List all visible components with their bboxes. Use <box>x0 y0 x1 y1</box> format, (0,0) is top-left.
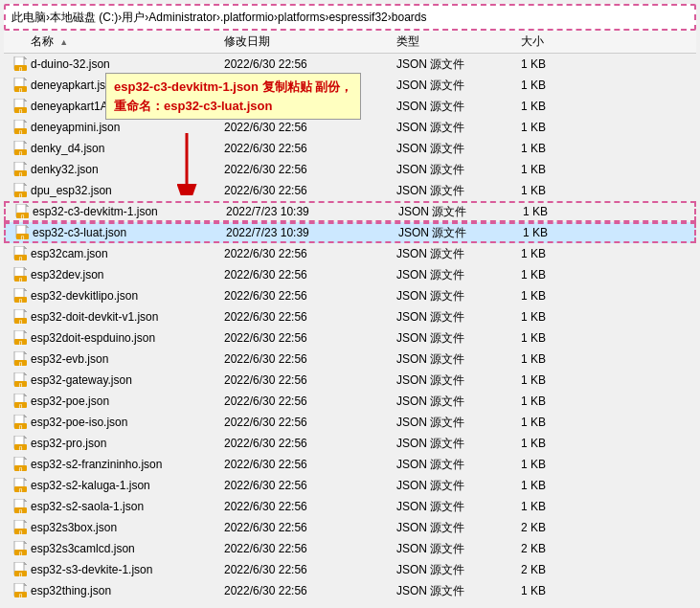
file-date: 2022/6/30 22:56 <box>224 437 396 450</box>
table-row[interactable]: {} esp32-devkitlipo.json 2022/6/30 22:56… <box>4 285 696 306</box>
table-row[interactable]: {} denky_d4.json 2022/6/30 22:56 JSON 源文… <box>4 138 696 159</box>
file-size: 1 KB <box>521 479 598 492</box>
breadcrumb-item-1[interactable]: 本地磁盘 (C:) <box>50 10 118 26</box>
file-type: JSON 源文件 <box>396 583 521 599</box>
table-row[interactable]: {} d-duino-32.json 2022/6/30 22:56 JSON … <box>4 54 696 75</box>
file-name: esp32-s2-franzininho.json <box>31 458 224 471</box>
svg-text:{}: {} <box>19 573 23 577</box>
file-date: 2022/6/30 22:56 <box>224 563 396 576</box>
file-icon: {} <box>11 391 31 412</box>
file-size: 1 KB <box>521 79 598 92</box>
col-header-type[interactable]: 类型 <box>396 34 521 50</box>
table-row[interactable]: {} esp32-s2-saola-1.json 2022/6/30 22:56… <box>4 496 696 517</box>
table-row[interactable]: {} esp32doit-espduino.json 2022/6/30 22:… <box>4 327 696 349</box>
breadcrumb-item-0[interactable]: 此电脑 <box>11 10 46 26</box>
table-row[interactable]: {} esp32-poe-iso.json 2022/6/30 22:56 JS… <box>4 412 696 433</box>
file-type: JSON 源文件 <box>396 183 521 199</box>
breadcrumb-item-2[interactable]: 用户 <box>122 10 145 26</box>
file-icon: {} <box>11 306 31 327</box>
col-header-size[interactable]: 大小 <box>521 34 598 50</box>
file-name: esp32-devkitlipo.json <box>31 289 224 303</box>
file-date: 2022/6/30 22:56 <box>224 584 396 597</box>
table-row[interactable]: {} deneyapkart.json 2022/6/30 22:56 JSON… <box>4 75 696 96</box>
breadcrumb-item-4[interactable]: .platformio <box>220 11 274 24</box>
file-date: 2022/6/30 22:56 <box>224 542 396 555</box>
svg-text:{}: {} <box>19 320 23 325</box>
table-row[interactable]: {} esp32-doit-devkit-v1.json 2022/6/30 2… <box>4 306 696 327</box>
table-row[interactable]: {} esp32dev.json 2022/6/30 22:56 JSON 源文… <box>4 264 696 285</box>
svg-text:{}: {} <box>19 299 23 304</box>
table-row[interactable]: {} dpu_esp32.json 2022/6/30 22:56 JSON 源… <box>4 180 696 201</box>
file-date: 2022/6/30 22:56 <box>224 310 396 324</box>
file-size: 1 KB <box>521 142 598 155</box>
table-row[interactable]: {} esp32-evb.json 2022/6/30 22:56 JSON 源… <box>4 349 696 370</box>
svg-text:{}: {} <box>19 341 23 346</box>
sort-arrow: ▲ <box>59 37 68 47</box>
file-date: 2022/6/30 22:56 <box>224 121 396 134</box>
svg-text:{}: {} <box>19 425 23 430</box>
table-row[interactable]: {} esp32-s2-franzininho.json 2022/6/30 2… <box>4 454 696 475</box>
table-row[interactable]: {} esp32-pro.json 2022/6/30 22:56 JSON 源… <box>4 433 696 454</box>
table-row[interactable]: {} esp32-gateway.json 2022/6/30 22:56 JS… <box>4 370 696 391</box>
file-icon: {} <box>11 75 31 96</box>
breadcrumb-item-3[interactable]: Administrator <box>148 11 216 24</box>
svg-text:{}: {} <box>19 552 23 556</box>
table-row[interactable]: {} esp32-c3-luat.json 2022/7/23 10:39 JS… <box>4 222 696 243</box>
file-size: 1 KB <box>521 416 598 429</box>
file-icon: {} <box>11 327 31 349</box>
breadcrumb-item-5[interactable]: platforms <box>278 11 325 24</box>
col-header-name[interactable]: 名称 ▲ <box>4 34 224 50</box>
file-date: 2022/6/30 22:56 <box>224 100 396 113</box>
file-size: 1 KB <box>521 289 598 303</box>
file-size: 1 KB <box>521 331 598 345</box>
svg-text:{}: {} <box>19 488 23 493</box>
table-row[interactable]: {} denky32.json 2022/6/30 22:56 JSON 源文件… <box>4 159 696 180</box>
file-list[interactable]: {} d-duino-32.json 2022/6/30 22:56 JSON … <box>4 54 696 599</box>
table-row[interactable]: {} deneyapmini.json 2022/6/30 22:56 JSON… <box>4 117 696 138</box>
file-date: 2022/6/30 22:56 <box>224 416 396 429</box>
table-row[interactable]: {} esp32thing.json 2022/6/30 22:56 JSON … <box>4 580 696 599</box>
file-name: deneyapkart.json <box>31 79 224 92</box>
file-size: 1 KB <box>521 458 598 471</box>
file-date: 2022/7/23 10:39 <box>226 226 398 239</box>
file-type: JSON 源文件 <box>396 457 521 473</box>
file-date: 2022/6/30 22:56 <box>224 163 396 176</box>
svg-text:{}: {} <box>19 404 23 409</box>
file-icon: {} <box>11 517 31 538</box>
file-icon: {} <box>11 117 31 138</box>
table-row[interactable]: {} esp32-s2-kaluga-1.json 2022/6/30 22:5… <box>4 475 696 496</box>
breadcrumb-item-7[interactable]: boards <box>392 11 427 24</box>
file-type: JSON 源文件 <box>398 225 523 241</box>
file-date: 2022/6/30 22:56 <box>224 142 396 155</box>
file-name: esp32cam.json <box>31 247 224 260</box>
file-icon: {} <box>11 475 31 496</box>
file-name: esp32thing.json <box>31 584 224 597</box>
table-row[interactable]: {} esp32-poe.json 2022/6/30 22:56 JSON 源… <box>4 391 696 412</box>
file-type: JSON 源文件 <box>396 330 521 347</box>
svg-text:{}: {} <box>21 236 25 240</box>
col-header-date[interactable]: 修改日期 <box>224 34 396 50</box>
table-row[interactable]: {} esp32s3box.json 2022/6/30 22:56 JSON … <box>4 517 696 538</box>
file-icon: {} <box>11 138 31 159</box>
file-type: JSON 源文件 <box>396 436 521 452</box>
svg-text:{}: {} <box>19 109 23 114</box>
file-size: 1 KB <box>521 584 598 597</box>
file-type: JSON 源文件 <box>396 372 521 389</box>
table-row[interactable]: {} esp32-c3-devkitm-1.json 2022/7/23 10:… <box>4 201 696 222</box>
table-row[interactable]: {} esp32s3camlcd.json 2022/6/30 22:56 JS… <box>4 538 696 559</box>
svg-text:{}: {} <box>19 362 23 367</box>
address-bar[interactable]: 此电脑 › 本地磁盘 (C:) › 用户 › Administrator › .… <box>4 4 696 31</box>
table-row[interactable]: {} esp32cam.json 2022/6/30 22:56 JSON 源文… <box>4 243 696 264</box>
svg-text:{}: {} <box>19 88 23 93</box>
breadcrumb-item-6[interactable]: espressif32 <box>328 11 387 24</box>
file-name: deneyapkart1A.json <box>31 100 224 113</box>
table-row[interactable]: {} deneyapkart1A.json 2022/6/30 22:56 JS… <box>4 96 696 117</box>
file-name: esp32-poe.json <box>31 394 224 408</box>
file-date: 2022/6/30 22:56 <box>224 289 396 303</box>
file-icon: {} <box>11 349 31 370</box>
file-date: 2022/6/30 22:56 <box>224 373 396 387</box>
file-icon: {} <box>11 538 31 559</box>
file-type: JSON 源文件 <box>396 56 521 73</box>
file-type: JSON 源文件 <box>396 162 521 178</box>
table-row[interactable]: {} esp32-s3-devkite-1.json 2022/6/30 22:… <box>4 559 696 580</box>
